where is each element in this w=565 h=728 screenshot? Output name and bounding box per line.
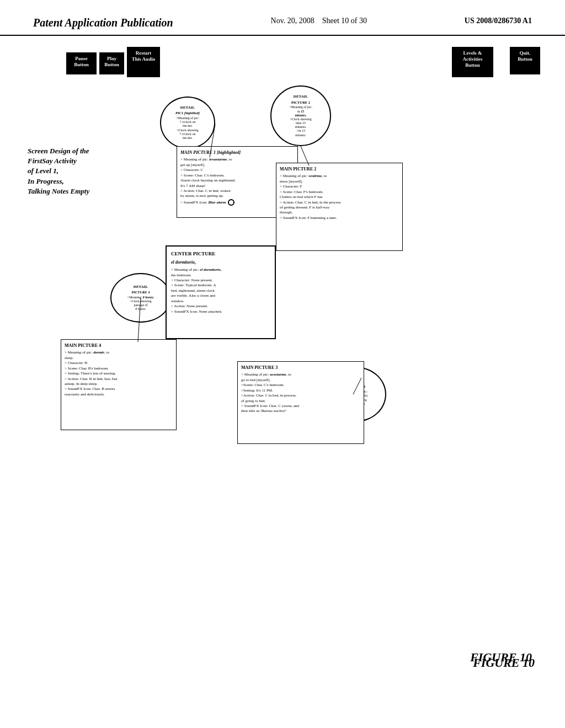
main-picture-4: MAIN PICTURE 4 > Meaning of pic: dormir,… bbox=[61, 339, 177, 430]
header-sheet: Sheet 10 of 30 bbox=[322, 17, 367, 25]
header-info: Nov. 20, 2008 Sheet 10 of 30 bbox=[271, 17, 367, 25]
detail-picture-4: DETAIL PICTURE 4 >Meaning: 8 horas;>Cloc… bbox=[110, 273, 171, 323]
main-content: Pause Button Play Button Restart This Au… bbox=[0, 36, 565, 720]
page-header: Patent Application Publication Nov. 20, … bbox=[0, 0, 565, 36]
center-picture: CENTER PICTURE el dormitorio, > Meaning … bbox=[166, 245, 276, 339]
header-patent: US 2008/0286730 A1 bbox=[465, 17, 532, 25]
restart-button[interactable]: Restart This Audio bbox=[127, 47, 160, 77]
screen-design-label: Screen Design of the FirstSay Activity o… bbox=[28, 146, 89, 196]
pause-button[interactable]: Pause Button bbox=[66, 52, 97, 74]
play-button[interactable]: Play Button bbox=[99, 52, 124, 74]
detail-picture-1: DETAIL PIC1 [highlited] >Meaning of pic:… bbox=[160, 97, 215, 149]
levels-activities-button[interactable]: Levels & Activities Button bbox=[452, 47, 493, 77]
figure-10-label: FIGURE 10 bbox=[473, 656, 535, 670]
header-title: Patent Application Publication bbox=[33, 17, 173, 29]
header-date: Nov. 20, 2008 bbox=[271, 17, 315, 25]
detail-picture-2: DETAIL PICTURE 2 >Meaning of pic:in 15mi… bbox=[270, 85, 331, 146]
quit-button[interactable]: Quit. Button bbox=[510, 47, 540, 74]
main-picture-2: MAIN PICTURE 2 > Meaning of pic: vestirm… bbox=[276, 163, 403, 251]
main-picture-3: MAIN PICTURE 3 > Meaning of pic: acostar… bbox=[237, 361, 364, 444]
